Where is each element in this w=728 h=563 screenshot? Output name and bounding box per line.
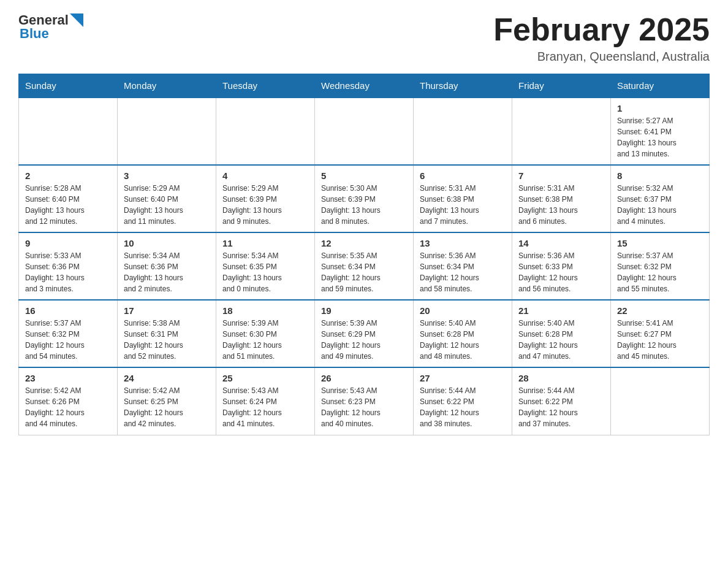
day-info: Sunrise: 5:36 AM Sunset: 6:33 PM Dayligh… [518,250,604,294]
day-number: 6 [420,170,506,181]
day-cell: 12Sunrise: 5:35 AM Sunset: 6:34 PM Dayli… [315,232,414,300]
day-cell: 1Sunrise: 5:27 AM Sunset: 6:41 PM Daylig… [611,98,710,165]
day-header-friday: Friday [512,74,611,98]
day-cell: 3Sunrise: 5:29 AM Sunset: 6:40 PM Daylig… [118,165,216,232]
logo-triangle-icon [70,13,83,27]
day-info: Sunrise: 5:44 AM Sunset: 6:22 PM Dayligh… [420,385,506,429]
day-header-tuesday: Tuesday [216,74,315,98]
week-row-1: 1Sunrise: 5:27 AM Sunset: 6:41 PM Daylig… [19,98,710,165]
day-cell: 24Sunrise: 5:42 AM Sunset: 6:25 PM Dayli… [118,367,216,435]
day-number: 23 [25,373,111,383]
day-cell [611,367,710,435]
day-number: 12 [321,238,407,248]
day-number: 22 [617,305,703,316]
day-info: Sunrise: 5:40 AM Sunset: 6:28 PM Dayligh… [518,318,604,362]
week-row-3: 9Sunrise: 5:33 AM Sunset: 6:36 PM Daylig… [19,232,710,300]
day-info: Sunrise: 5:32 AM Sunset: 6:37 PM Dayligh… [617,183,703,227]
day-number: 14 [518,238,604,248]
day-number: 4 [222,170,308,181]
day-number: 25 [222,373,308,383]
day-cell: 27Sunrise: 5:44 AM Sunset: 6:22 PM Dayli… [414,367,512,435]
day-info: Sunrise: 5:39 AM Sunset: 6:29 PM Dayligh… [321,318,407,362]
day-cell: 6Sunrise: 5:31 AM Sunset: 6:38 PM Daylig… [414,165,512,232]
day-cell [216,98,315,165]
logo-blue-text: Blue [20,26,49,42]
day-number: 3 [124,170,210,181]
week-row-5: 23Sunrise: 5:42 AM Sunset: 6:26 PM Dayli… [19,367,710,435]
day-info: Sunrise: 5:30 AM Sunset: 6:39 PM Dayligh… [321,183,407,227]
day-info: Sunrise: 5:37 AM Sunset: 6:32 PM Dayligh… [617,250,703,294]
day-number: 9 [25,238,111,248]
calendar-table: SundayMondayTuesdayWednesdayThursdayFrid… [18,74,710,435]
day-number: 28 [518,373,604,383]
day-number: 1 [617,103,703,113]
day-info: Sunrise: 5:38 AM Sunset: 6:31 PM Dayligh… [124,318,210,362]
day-info: Sunrise: 5:42 AM Sunset: 6:25 PM Dayligh… [124,385,210,429]
day-info: Sunrise: 5:41 AM Sunset: 6:27 PM Dayligh… [617,318,703,362]
day-info: Sunrise: 5:36 AM Sunset: 6:34 PM Dayligh… [420,250,506,294]
day-cell: 5Sunrise: 5:30 AM Sunset: 6:39 PM Daylig… [315,165,414,232]
day-cell [512,98,611,165]
day-cell: 2Sunrise: 5:28 AM Sunset: 6:40 PM Daylig… [19,165,118,232]
day-cell: 26Sunrise: 5:43 AM Sunset: 6:23 PM Dayli… [315,367,414,435]
day-number: 16 [25,305,111,316]
day-header-monday: Monday [118,74,216,98]
title-area: February 2025 Branyan, Queensland, Austr… [493,12,710,64]
day-number: 8 [617,170,703,181]
day-info: Sunrise: 5:33 AM Sunset: 6:36 PM Dayligh… [25,250,111,294]
day-number: 19 [321,305,407,316]
day-number: 20 [420,305,506,316]
svg-marker-0 [70,13,83,27]
day-cell: 28Sunrise: 5:44 AM Sunset: 6:22 PM Dayli… [512,367,611,435]
day-cell: 11Sunrise: 5:34 AM Sunset: 6:35 PM Dayli… [216,232,315,300]
page-header: General Blue February 2025 Branyan, Quee… [18,12,710,64]
day-number: 26 [321,373,407,383]
day-cell: 19Sunrise: 5:39 AM Sunset: 6:29 PM Dayli… [315,300,414,367]
logo: General Blue [18,12,83,42]
day-cell [315,98,414,165]
day-number: 21 [518,305,604,316]
day-cell: 18Sunrise: 5:39 AM Sunset: 6:30 PM Dayli… [216,300,315,367]
day-cell: 17Sunrise: 5:38 AM Sunset: 6:31 PM Dayli… [118,300,216,367]
day-cell: 20Sunrise: 5:40 AM Sunset: 6:28 PM Dayli… [414,300,512,367]
day-number: 18 [222,305,308,316]
day-info: Sunrise: 5:42 AM Sunset: 6:26 PM Dayligh… [25,385,111,429]
day-info: Sunrise: 5:43 AM Sunset: 6:23 PM Dayligh… [321,385,407,429]
day-cell: 8Sunrise: 5:32 AM Sunset: 6:37 PM Daylig… [611,165,710,232]
day-number: 17 [124,305,210,316]
day-cell: 4Sunrise: 5:29 AM Sunset: 6:39 PM Daylig… [216,165,315,232]
day-cell: 23Sunrise: 5:42 AM Sunset: 6:26 PM Dayli… [19,367,118,435]
day-cell: 16Sunrise: 5:37 AM Sunset: 6:32 PM Dayli… [19,300,118,367]
day-cell [414,98,512,165]
day-info: Sunrise: 5:35 AM Sunset: 6:34 PM Dayligh… [321,250,407,294]
day-cell: 14Sunrise: 5:36 AM Sunset: 6:33 PM Dayli… [512,232,611,300]
day-info: Sunrise: 5:40 AM Sunset: 6:28 PM Dayligh… [420,318,506,362]
day-cell: 22Sunrise: 5:41 AM Sunset: 6:27 PM Dayli… [611,300,710,367]
day-cell: 15Sunrise: 5:37 AM Sunset: 6:32 PM Dayli… [611,232,710,300]
week-row-4: 16Sunrise: 5:37 AM Sunset: 6:32 PM Dayli… [19,300,710,367]
day-info: Sunrise: 5:43 AM Sunset: 6:24 PM Dayligh… [222,385,308,429]
day-info: Sunrise: 5:44 AM Sunset: 6:22 PM Dayligh… [518,385,604,429]
day-header-wednesday: Wednesday [315,74,414,98]
day-header-thursday: Thursday [414,74,512,98]
day-info: Sunrise: 5:31 AM Sunset: 6:38 PM Dayligh… [420,183,506,227]
main-title: February 2025 [493,12,710,47]
day-cell: 10Sunrise: 5:34 AM Sunset: 6:36 PM Dayli… [118,232,216,300]
day-cell [19,98,118,165]
day-number: 5 [321,170,407,181]
day-number: 11 [222,238,308,248]
day-cell: 9Sunrise: 5:33 AM Sunset: 6:36 PM Daylig… [19,232,118,300]
day-number: 15 [617,238,703,248]
day-info: Sunrise: 5:39 AM Sunset: 6:30 PM Dayligh… [222,318,308,362]
day-info: Sunrise: 5:28 AM Sunset: 6:40 PM Dayligh… [25,183,111,227]
day-cell: 13Sunrise: 5:36 AM Sunset: 6:34 PM Dayli… [414,232,512,300]
day-info: Sunrise: 5:37 AM Sunset: 6:32 PM Dayligh… [25,318,111,362]
day-header-sunday: Sunday [19,74,118,98]
day-number: 2 [25,170,111,181]
day-info: Sunrise: 5:31 AM Sunset: 6:38 PM Dayligh… [518,183,604,227]
day-info: Sunrise: 5:34 AM Sunset: 6:35 PM Dayligh… [222,250,308,294]
header-row: SundayMondayTuesdayWednesdayThursdayFrid… [19,74,710,98]
day-number: 24 [124,373,210,383]
day-number: 7 [518,170,604,181]
day-number: 10 [124,238,210,248]
